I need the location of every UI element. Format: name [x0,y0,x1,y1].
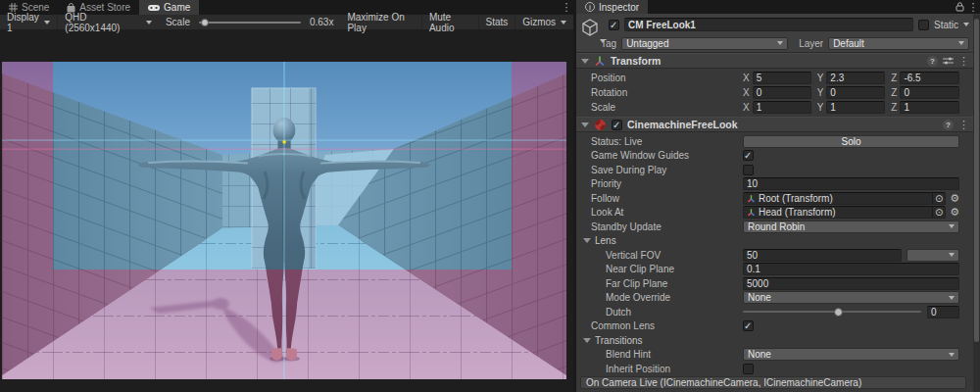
static-dropdown-icon[interactable] [963,23,969,26]
display-dropdown-value: Display 1 [7,12,39,33]
kebab-menu-icon[interactable] [958,55,969,68]
position-z-field[interactable]: -6.5 [900,72,959,84]
gear-icon[interactable] [950,206,959,219]
axis-z-label[interactable]: Z [891,73,897,83]
kebab-menu-icon[interactable] [958,119,969,131]
gameobject-name-field[interactable]: CM FreeLook1 [624,18,913,31]
game-window-guides-row: Game Window Guides [576,149,973,164]
axis-y-label[interactable]: Y [817,102,824,113]
tab-label: Game [164,2,190,13]
mode-override-dropdown[interactable]: None [743,291,959,304]
priority-field[interactable]: 10 [743,177,959,190]
static-checkbox[interactable] [918,20,929,30]
scale-label: Scale [166,17,190,27]
scale-slider[interactable] [199,22,301,24]
axis-x-label[interactable]: X [743,73,750,83]
game-menu-button[interactable] [560,0,573,15]
layer-label: Layer [799,38,823,49]
scale-z-field[interactable]: 1 [900,101,959,114]
axis-x-label[interactable]: X [743,87,750,98]
gizmos-dropdown[interactable]: Gizmos [515,15,573,29]
slider-handle[interactable] [834,308,843,317]
gameobject-header: CM FreeLook1 Static Tag Untagged Layer D… [576,14,973,53]
guide-vertical-line [283,62,284,379]
transform-header[interactable]: Transform [576,53,973,69]
tag-dropdown[interactable]: Untagged [621,37,788,50]
standby-update-row: Standby Update Round Robin [576,220,973,234]
common-lens-checkbox[interactable] [743,320,754,331]
foldout-open-icon [583,338,591,343]
lens-foldout-row[interactable]: Lens [576,234,973,249]
help-icon[interactable] [927,56,938,67]
game-panel: Scene Asset Store Game [0,0,573,392]
position-y-field[interactable]: 2.3 [826,72,885,84]
on-camera-live-event-box: On Camera Live (ICinemachineCamera, ICin… [580,376,966,389]
inspector-tabbar: Inspector [576,0,980,14]
dutch-slider[interactable] [743,306,921,318]
dutch-value-field[interactable]: 0 [927,306,959,318]
look-at-value: Head (Transform) [759,207,836,218]
vertical-fov-field[interactable]: 50 [743,249,902,262]
rotation-y-field[interactable]: 0 [826,86,885,99]
chevron-down-icon [949,296,955,300]
lens-foldout-label: Lens [595,235,616,246]
follow-object-field[interactable]: Root (Transform) [743,192,946,205]
blend-hint-dropdown[interactable]: None [743,348,959,361]
save-during-play-checkbox[interactable] [743,165,754,175]
maximize-on-play-button[interactable]: Maximize On Play [340,15,421,29]
axis-z-label[interactable]: Z [891,102,897,113]
standby-update-dropdown[interactable]: Round Robin [743,220,959,233]
object-picker-icon[interactable] [932,207,945,218]
field-label: Look At [576,207,743,218]
transitions-foldout-row[interactable]: Transitions [576,333,973,348]
inspector-scrollbar[interactable] [973,15,980,392]
inspector-menu-button[interactable] [966,0,980,14]
axis-z-label[interactable]: Z [891,87,897,98]
component-title: Transform [611,55,922,67]
scale-slider-handle[interactable] [201,19,209,26]
soft-zone-overlay [53,62,512,270]
foldout-open-icon[interactable] [581,122,589,127]
solo-button[interactable]: Solo [743,135,959,148]
look-at-object-field[interactable]: Head (Transform) [743,206,946,219]
scale-y-field[interactable]: 1 [826,101,885,114]
stats-button[interactable]: Stats [478,15,514,29]
inherit-position-checkbox[interactable] [743,364,754,374]
foldout-open-icon[interactable] [581,59,589,64]
rotation-z-field[interactable]: 0 [900,86,959,99]
resolution-dropdown[interactable]: QHD (2560x1440) [58,15,159,29]
follow-row: Follow Root (Transform) [576,191,973,206]
status-label: Status: Live [576,136,743,147]
game-window-guides-checkbox[interactable] [743,150,754,161]
tab-inspector[interactable]: Inspector [576,0,648,14]
near-clip-field[interactable]: 0.1 [743,263,959,275]
rotation-x-field[interactable]: 0 [753,86,811,99]
field-label: Save During Play [576,165,743,175]
game-viewport[interactable] [2,62,566,379]
position-x-field[interactable]: 5 [753,72,811,84]
scale-x-field[interactable]: 1 [753,101,811,114]
transform-body: Position X5 Y2.3 Z-6.5 Rotation X0 Y0 Z0 [576,69,973,117]
gameobject-active-checkbox[interactable] [609,20,619,30]
tab-game[interactable]: Game [139,0,199,15]
lookat-target-dot [283,140,286,143]
inspector-lock-button[interactable] [953,0,966,14]
blend-hint-value: None [748,349,771,360]
layer-dropdown[interactable]: Default [828,37,969,50]
scrollbar-thumb[interactable] [974,19,979,342]
object-picker-icon[interactable] [932,193,945,204]
help-icon[interactable] [943,120,954,130]
gear-icon[interactable] [950,192,959,205]
fov-mode-dropdown[interactable] [906,249,959,262]
cinemachine-freelook-header[interactable]: CinemachineFreeLook [576,117,973,132]
presets-icon[interactable] [943,56,954,66]
display-dropdown[interactable]: Display 1 [0,15,57,29]
axis-y-label[interactable]: Y [817,73,824,83]
component-enabled-checkbox[interactable] [612,120,622,130]
axis-y-label[interactable]: Y [817,87,824,98]
far-clip-field[interactable]: 5000 [743,277,959,290]
scene-render [2,62,566,379]
guide-hard-limit-line [2,149,566,150]
axis-x-label[interactable]: X [743,102,750,113]
mute-audio-button[interactable]: Mute Audio [422,15,478,29]
